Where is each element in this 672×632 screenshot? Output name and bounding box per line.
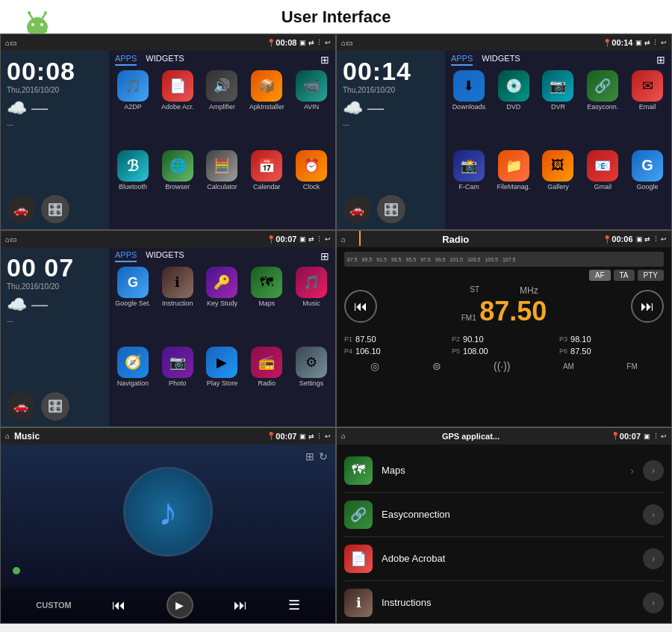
app-amplifier[interactable]: 🔊 Amplifier — [202, 70, 243, 147]
app-fcam[interactable]: 📸 F-Cam — [448, 150, 490, 227]
next-station-button[interactable]: ⏭ — [631, 290, 664, 323]
app-adobe[interactable]: 📄 Adobe Acr. — [157, 70, 199, 147]
car-icon-1[interactable]: 🚗 — [7, 195, 35, 223]
time-4: 00:06 — [612, 235, 632, 244]
app-navigation[interactable]: 🧭 Navigation — [112, 347, 154, 424]
radio-scan-icon[interactable]: ◎ — [370, 360, 379, 372]
music-grid-icon[interactable]: ⊞ — [305, 450, 314, 462]
eq-icon-3[interactable]: 🎛️ — [41, 392, 69, 421]
app-music[interactable]: 🎵 Music — [290, 267, 332, 344]
preset-p2[interactable]: P2 90.10 — [452, 335, 556, 344]
music-play-button[interactable]: ▶ — [167, 592, 193, 619]
ta-button[interactable]: TA — [614, 270, 635, 281]
home-icon-6[interactable]: ⌂ — [341, 432, 346, 440]
app-filemanager[interactable]: 📁 FileManag. — [493, 150, 535, 227]
status-bar-5: ⌂ Music 📍 00:07 ▣ ⇄ ⋮ ↩ — [1, 428, 335, 444]
app-easyconn[interactable]: 🔗 Easyconn. — [582, 70, 623, 147]
preset-p1[interactable]: P1 87.50 — [344, 335, 449, 344]
app-browser[interactable]: 🌐 Browser — [157, 150, 199, 227]
app-apkinstaller[interactable]: 📦 ApkInstaller — [246, 70, 287, 147]
app-avin[interactable]: 📹 AVIN — [290, 70, 332, 147]
pty-button[interactable]: PTY — [638, 270, 664, 281]
location-icon-6: 📍 — [611, 432, 620, 440]
gps-item-adobeacrobat[interactable]: 📄 Adobe Acrobat › — [344, 537, 664, 581]
preset-p5[interactable]: P5 108.00 — [452, 347, 556, 356]
radio-eq-icon[interactable]: ⊜ — [432, 360, 441, 372]
music-repeat-icon[interactable]: ↻ — [319, 450, 328, 462]
app-label-downloads: Downloads — [452, 103, 486, 111]
gps-item-instructions[interactable]: ℹ Instructions › — [344, 581, 664, 624]
app-label-a2dp: A2DP — [124, 103, 142, 111]
prev-station-button[interactable]: ⏮ — [344, 290, 377, 323]
app-calculator[interactable]: 🧮 Calculator — [202, 150, 243, 227]
radio-am-label[interactable]: AM — [563, 362, 574, 371]
preset-label-p4: P4 — [344, 347, 352, 355]
app-google-settings[interactable]: G Google Set. — [112, 267, 154, 344]
expand-btn-2[interactable]: ⊞ — [656, 54, 665, 66]
clock-date-3: Thu,2016/10/20 — [7, 282, 103, 291]
app-radio[interactable]: 📻 Radio — [246, 347, 287, 424]
app-clock[interactable]: ⏰ Clock — [290, 150, 332, 227]
tab-widgets-3[interactable]: WIDGETS — [146, 250, 184, 262]
app-icon-fcam: 📸 — [453, 150, 485, 182]
app-label-playstore: Play Store — [207, 379, 238, 387]
app-icon-settings: ⚙ — [296, 347, 327, 378]
android-logo-icon — [22, 6, 52, 36]
preset-p3[interactable]: P3 98.10 — [559, 335, 664, 344]
app-instruction[interactable]: ℹ Instruction — [157, 267, 199, 344]
app-google[interactable]: G Google — [626, 150, 668, 227]
eq-icon-1[interactable]: 🎛️ — [41, 195, 69, 223]
app-dvr[interactable]: 📷 DVR — [538, 70, 579, 147]
app-icon-easyconn: 🔗 — [587, 70, 618, 102]
car-icon-3[interactable]: 🚗 — [7, 392, 35, 421]
apps-tabs-3: APPS WIDGETS ⊞ — [112, 250, 332, 262]
home-icon-5[interactable]: ⌂ — [5, 432, 10, 440]
location-icon-3: 📍 — [267, 235, 276, 244]
home-icon-4[interactable]: ⌂ — [341, 235, 346, 244]
gps-item-easyconnection[interactable]: 🔗 Easyconnection › — [344, 493, 664, 537]
tab-widgets-2[interactable]: WIDGETS — [482, 54, 520, 66]
music-title-status: Music — [14, 431, 40, 442]
app-email[interactable]: ✉ Email — [626, 70, 668, 147]
gps-item-maps[interactable]: 🗺 Maps › › — [344, 449, 664, 493]
eq-icon-2[interactable]: 🎛️ — [377, 195, 405, 223]
time-2: 00:14 — [612, 38, 632, 47]
expand-btn-3[interactable]: ⊞ — [320, 250, 329, 262]
app-dvd[interactable]: 💿 DVD — [493, 70, 535, 147]
app-bluetooth[interactable]: ℬ Bluetooth — [112, 150, 154, 227]
status-bar-4: ⌂ Radio 📍 00:06 ▣ ⇄ ⋮ ↩ — [337, 231, 671, 247]
app-calendar[interactable]: 📅 Calendar — [246, 150, 287, 227]
app-gallery[interactable]: 🖼 Gallery — [538, 150, 579, 227]
music-prev-button[interactable]: ⏮ — [112, 598, 125, 613]
app-maps[interactable]: 🗺 Maps — [246, 267, 287, 344]
apps-section-1: APPS WIDGETS ⊞ 🎵 A2DP 📄 Adobe Acr. 🔊 — [109, 51, 335, 229]
app-label-adobe: Adobe Acr. — [161, 103, 194, 111]
af-button[interactable]: AF — [589, 270, 611, 281]
music-playlist-button[interactable]: ☰ — [288, 597, 300, 613]
app-label-instruction: Instruction — [162, 300, 193, 307]
tab-apps-2[interactable]: APPS — [451, 54, 473, 66]
tab-widgets-1[interactable]: WIDGETS — [146, 54, 184, 66]
app-a2dp[interactable]: 🎵 A2DP — [112, 70, 154, 147]
expand-btn-1[interactable]: ⊞ — [320, 54, 329, 66]
tab-apps-3[interactable]: APPS — [115, 250, 137, 262]
app-gmail[interactable]: 📧 Gmail — [582, 150, 623, 227]
radio-antenna-icon[interactable]: ((·)) — [494, 360, 511, 372]
app-settings[interactable]: ⚙ Settings — [290, 347, 332, 424]
app-icon-bluetooth: ℬ — [117, 150, 149, 182]
app-label-gmail: Gmail — [594, 183, 612, 190]
app-downloads[interactable]: ⬇ Downloads — [448, 70, 490, 147]
preset-p6[interactable]: P6 87.50 — [559, 347, 664, 356]
app-icon-playstore: ▶ — [206, 347, 237, 378]
car-icon-2[interactable]: 🚗 — [343, 195, 371, 223]
app-playstore[interactable]: ▶ Play Store — [202, 347, 243, 424]
app-label-keystudy: Key Study — [207, 300, 237, 307]
radio-fm-mode-label[interactable]: FM — [626, 362, 637, 371]
app-photo[interactable]: 📷 Photo — [157, 347, 199, 424]
music-next-button[interactable]: ⏭ — [234, 598, 247, 613]
app-keystudy[interactable]: 🔑 Key Study — [202, 267, 243, 344]
tab-apps-1[interactable]: APPS — [115, 54, 137, 66]
app-label-fcam: F-Cam — [458, 183, 479, 190]
preset-p4[interactable]: P4 106.10 — [344, 347, 449, 356]
svg-rect-2 — [28, 22, 47, 33]
